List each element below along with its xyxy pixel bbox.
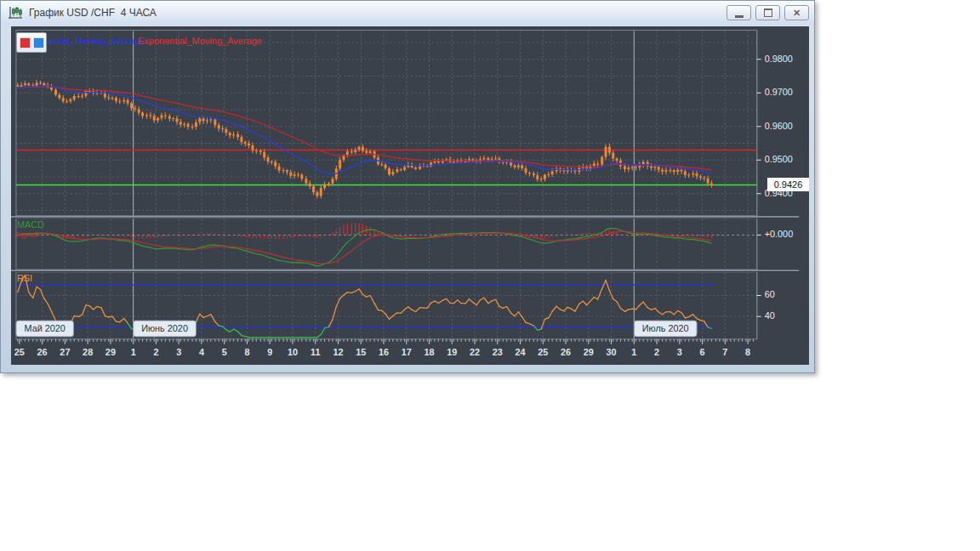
x-axis-day-label[interactable]: 7 xyxy=(722,348,727,358)
x-axis-day-label[interactable]: 8 xyxy=(745,348,750,358)
chart-window: График USD /CHF 4 ЧАСА ✕ MACDSignalRSIМа… xyxy=(0,0,815,373)
close-icon: ✕ xyxy=(793,9,801,18)
x-axis-day-label[interactable]: 27 xyxy=(60,348,70,358)
legend-swatches xyxy=(16,32,47,53)
rsi-panel-label: RSI xyxy=(17,273,32,283)
x-axis-day-label[interactable]: 3 xyxy=(677,348,682,358)
window-title: График USD /CHF 4 ЧАСА xyxy=(29,7,157,19)
ema-slow-legend-label: Exponential_Moving_Average xyxy=(138,36,262,46)
window-controls: ✕ xyxy=(726,5,809,20)
rsi-axis-label: 60 xyxy=(765,289,775,299)
x-axis-day-label[interactable]: 5 xyxy=(222,348,227,358)
x-axis-day-label[interactable]: 9 xyxy=(267,348,272,358)
x-axis-day-label[interactable]: 30 xyxy=(607,348,617,358)
x-axis-day-label[interactable]: 11 xyxy=(311,348,320,358)
x-axis-day-label[interactable]: 8 xyxy=(244,348,249,358)
current-price-label: 0.9426 xyxy=(767,178,809,191)
x-axis-day-label[interactable]: 29 xyxy=(105,348,116,358)
x-axis-day-label[interactable]: 25 xyxy=(538,348,548,358)
x-axis-day-label[interactable]: 16 xyxy=(379,348,389,358)
x-axis-day-label[interactable]: 12 xyxy=(333,348,343,358)
minimize-button[interactable] xyxy=(726,5,751,20)
x-axis-day-label[interactable]: 2 xyxy=(654,348,659,358)
price-axis-label: 0.9600 xyxy=(765,121,793,131)
x-axis-day-label[interactable]: 26 xyxy=(37,348,48,358)
restore-icon xyxy=(764,9,772,17)
x-axis-day-label[interactable]: 10 xyxy=(288,348,298,358)
restore-button[interactable] xyxy=(755,5,780,20)
x-axis-day-label[interactable]: 19 xyxy=(447,348,457,358)
x-axis-day-label[interactable]: 1 xyxy=(131,348,136,358)
price-axis-label: 0.9800 xyxy=(765,54,793,64)
rsi-axis-label: 40 xyxy=(765,310,775,321)
month-label: Май 2020 xyxy=(24,323,65,333)
macd-panel-label: MACD xyxy=(17,219,44,230)
x-axis-day-label[interactable]: 1 xyxy=(631,348,636,358)
price-axis-label: 0.9500 xyxy=(765,154,793,164)
x-axis-day-label[interactable]: 28 xyxy=(83,348,93,358)
x-axis-day-label[interactable]: 17 xyxy=(402,348,412,358)
macd-axis-label: +0.000 xyxy=(765,229,794,239)
x-axis-day-label[interactable]: 22 xyxy=(470,348,480,358)
chart-client: MACDSignalRSIМай 2020Июнь 2020Июль 20200… xyxy=(11,26,809,365)
x-axis-day-label[interactable]: 24 xyxy=(515,348,525,358)
x-axis-day-label[interactable]: 2 xyxy=(153,348,158,358)
x-axis-day-label[interactable]: 23 xyxy=(493,348,503,358)
blue-swatch-icon[interactable] xyxy=(33,37,44,48)
x-axis-day-label[interactable]: 26 xyxy=(561,348,571,358)
red-swatch-icon[interactable] xyxy=(20,37,31,48)
x-axis-day-label[interactable]: 6 xyxy=(700,348,705,358)
month-label: Июль 2020 xyxy=(642,323,689,333)
month-label: Июнь 2020 xyxy=(141,323,188,333)
price-axis-label: 0.9700 xyxy=(765,87,793,97)
title-bar[interactable]: График USD /CHF 4 ЧАСА ✕ xyxy=(1,1,814,25)
x-axis-day-label[interactable]: 25 xyxy=(14,348,25,358)
x-axis-day-label[interactable]: 15 xyxy=(356,348,366,358)
x-axis-day-label[interactable]: 29 xyxy=(584,348,594,358)
x-axis-day-label[interactable]: 18 xyxy=(424,348,434,358)
minimize-icon xyxy=(735,15,744,18)
chart-canvas[interactable]: MACDSignalRSIМай 2020Июнь 2020Июль 20200… xyxy=(11,26,809,365)
x-axis-day-label[interactable]: 3 xyxy=(176,348,181,358)
candlestick-chart-icon xyxy=(8,6,24,20)
x-axis-day-label[interactable]: 4 xyxy=(199,348,204,358)
close-button[interactable]: ✕ xyxy=(784,5,809,20)
